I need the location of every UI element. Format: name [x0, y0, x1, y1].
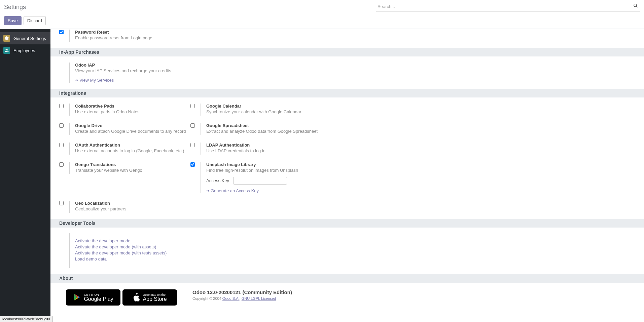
checkbox-google-spreadsheet[interactable] — [190, 123, 195, 128]
link-view-my-services[interactable]: ➔ View My Services — [75, 78, 114, 83]
setting-desc: Enable password reset from Login page — [75, 35, 152, 40]
access-key-label: Access Key — [206, 178, 229, 183]
apple-icon — [133, 293, 140, 303]
link-load-demo-data[interactable]: Load demo data — [75, 256, 627, 261]
setting-title: OAuth Authentication — [75, 143, 184, 148]
svg-point-2 — [6, 49, 7, 50]
checkbox-unsplash[interactable] — [190, 162, 195, 167]
setting-title: Google Spreadsheet — [206, 123, 318, 128]
checkbox-oauth-authentication[interactable] — [59, 143, 64, 147]
link-generate-access-key[interactable]: ➔ Generate an Access Key — [206, 188, 259, 193]
setting-desc: Use external pads in Odoo Notes — [75, 109, 140, 114]
setting-desc: Use external accounts to log in (Google,… — [75, 148, 184, 153]
sidebar: General Settings Employees — [0, 29, 50, 322]
setting-title: Google Calendar — [206, 104, 301, 109]
gear-icon — [3, 35, 10, 42]
discard-button[interactable]: Discard — [24, 16, 46, 25]
svg-point-3 — [7, 49, 8, 50]
section-head-iap: In-App Purchases — [50, 48, 644, 56]
checkbox-gengo-translations[interactable] — [59, 162, 64, 167]
sidebar-item-label: Employees — [13, 48, 35, 53]
setting-title: Geo Localization — [75, 201, 126, 206]
save-button[interactable]: Save — [4, 16, 22, 25]
checkbox-google-drive[interactable] — [59, 123, 64, 128]
setting-desc: Synchronize your calendar with Google Ca… — [206, 109, 301, 114]
setting-desc: View your IAP Services and recharge your… — [75, 68, 171, 73]
setting-desc: Use LDAP credentials to log in — [206, 148, 265, 153]
setting-title: LDAP Authentication — [206, 143, 265, 148]
setting-desc: Create and attach Google Drive documents… — [75, 129, 186, 134]
link-activate-developer-mode[interactable]: Activate the developer mode — [75, 238, 627, 243]
checkbox-google-calendar[interactable] — [190, 104, 195, 108]
page-title: Settings — [4, 4, 26, 11]
odoo-version: Odoo 13.0-20200121 (Community Edition) — [192, 289, 629, 295]
checkbox-geo-localization[interactable] — [59, 201, 64, 205]
employees-icon — [3, 47, 10, 54]
google-play-icon — [73, 293, 81, 302]
setting-title: Unsplash Image Library — [206, 162, 298, 167]
google-play-button[interactable]: GET IT ON Google Play — [66, 289, 120, 306]
access-key-input[interactable] — [233, 177, 287, 185]
setting-title: Password Reset — [75, 30, 152, 35]
search-input[interactable] — [376, 3, 640, 11]
setting-desc: Translate your website with Gengo — [75, 168, 142, 173]
setting-title: Gengo Translations — [75, 162, 142, 167]
content-area: Password Reset Enable password reset fro… — [50, 29, 644, 322]
setting-desc: GeoLocalize your partners — [75, 206, 126, 211]
link-odoo-sa[interactable]: Odoo S.A. — [222, 296, 240, 300]
status-bar-url: localhost:8069/web?debug=1 — [0, 316, 53, 322]
arrow-right-icon: ➔ — [206, 189, 209, 193]
sidebar-item-employees[interactable]: Employees — [0, 44, 50, 56]
setting-title: Google Drive — [75, 123, 186, 128]
section-head-about: About — [50, 274, 644, 283]
app-store-button[interactable]: Download on the App Store — [122, 289, 177, 306]
setting-title: Collaborative Pads — [75, 104, 140, 109]
sidebar-item-label: General Settings — [13, 36, 46, 41]
setting-desc: Extract and analyze Odoo data from Googl… — [206, 129, 318, 134]
section-head-integrations: Integrations — [50, 89, 644, 97]
section-head-dev-tools: Developer Tools — [50, 219, 644, 228]
link-activate-developer-mode-tests[interactable]: Activate the developer mode (with tests … — [75, 250, 627, 255]
checkbox-collaborative-pads[interactable] — [59, 104, 64, 108]
checkbox-password-reset[interactable] — [59, 30, 64, 34]
setting-desc: Find free high-resolution images from Un… — [206, 168, 298, 173]
link-license[interactable]: GNU LGPL Licensed — [242, 296, 276, 300]
sidebar-item-general-settings[interactable]: General Settings — [0, 32, 50, 44]
link-activate-developer-mode-assets[interactable]: Activate the developer mode (with assets… — [75, 244, 627, 249]
arrow-right-icon: ➔ — [75, 78, 78, 82]
checkbox-ldap-authentication[interactable] — [190, 143, 195, 147]
setting-title: Odoo IAP — [75, 63, 171, 68]
copyright-text: Copyright © 2004 — [192, 296, 222, 300]
